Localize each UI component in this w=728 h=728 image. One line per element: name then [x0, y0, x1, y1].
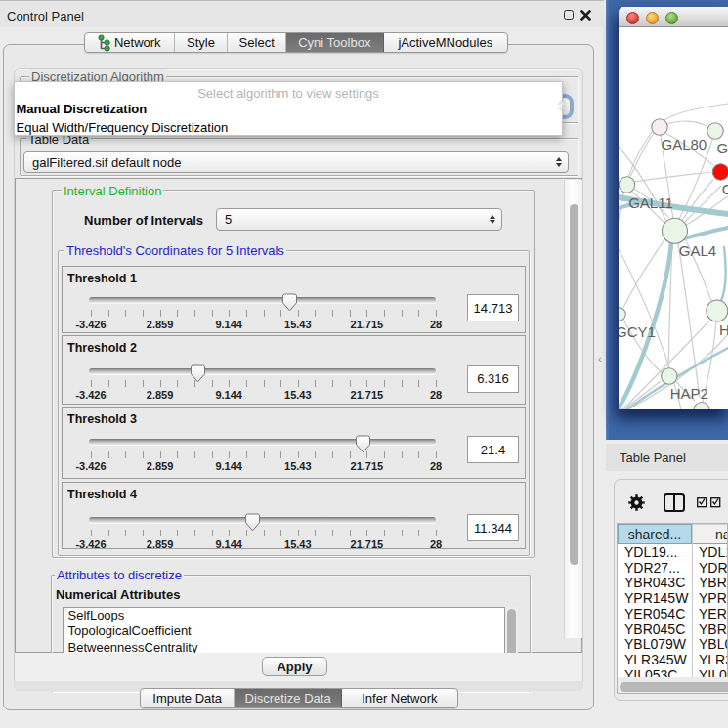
svg-text:GA: GA — [716, 140, 728, 156]
svg-text:GAL11: GAL11 — [628, 194, 673, 211]
svg-text:GCY1: GCY1 — [619, 323, 656, 340]
svg-text:GAL80: GAL80 — [662, 136, 707, 152]
svg-text:GAL4: GAL4 — [679, 242, 716, 259]
svg-text:HAP2: HAP2 — [670, 385, 708, 402]
svg-text:C: C — [722, 181, 728, 197]
svg-text:H: H — [719, 321, 728, 338]
